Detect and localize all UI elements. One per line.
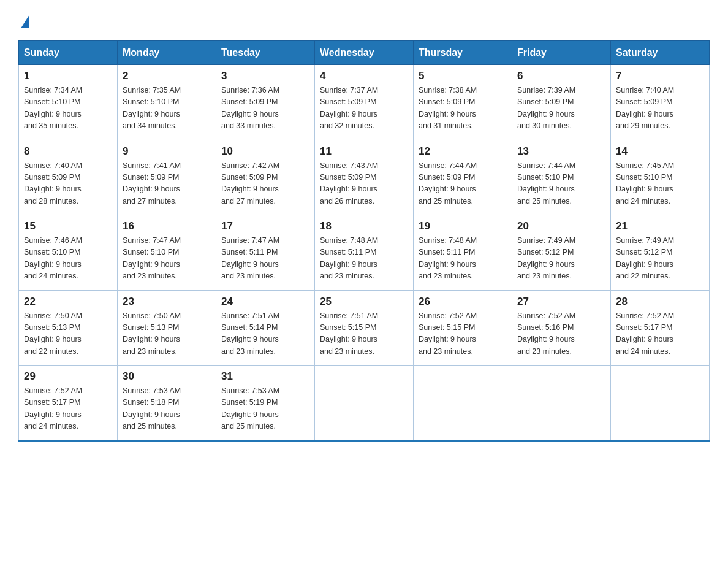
day-info: Sunrise: 7:44 AMSunset: 5:09 PMDaylight:… [419,160,507,208]
day-number: 30 [123,370,211,383]
day-number: 18 [320,220,408,232]
day-cell: 27 Sunrise: 7:52 AMSunset: 5:16 PMDaylig… [512,290,611,366]
day-number: 15 [24,220,112,232]
day-cell: 12 Sunrise: 7:44 AMSunset: 5:09 PMDaylig… [414,140,512,215]
logo-triangle-icon [21,15,29,28]
day-number: 21 [616,220,704,232]
day-cell: 25 Sunrise: 7:51 AMSunset: 5:15 PMDaylig… [315,290,414,366]
day-cell: 3 Sunrise: 7:36 AMSunset: 5:09 PMDayligh… [216,65,315,140]
day-info: Sunrise: 7:52 AMSunset: 5:16 PMDaylight:… [517,310,605,358]
day-cell: 24 Sunrise: 7:51 AMSunset: 5:14 PMDaylig… [216,290,315,366]
week-row-5: 29 Sunrise: 7:52 AMSunset: 5:17 PMDaylig… [19,366,710,441]
logo [18,12,29,28]
day-cell: 21 Sunrise: 7:49 AMSunset: 5:12 PMDaylig… [611,215,710,291]
day-cell: 31 Sunrise: 7:53 AMSunset: 5:19 PMDaylig… [216,366,315,441]
day-number: 26 [419,296,507,308]
day-cell: 23 Sunrise: 7:50 AMSunset: 5:13 PMDaylig… [118,290,216,366]
day-info: Sunrise: 7:44 AMSunset: 5:10 PMDaylight:… [517,160,605,208]
day-cell: 8 Sunrise: 7:40 AMSunset: 5:09 PMDayligh… [19,140,118,215]
day-number: 29 [24,370,112,383]
day-info: Sunrise: 7:53 AMSunset: 5:18 PMDaylight:… [123,385,211,433]
day-number: 22 [24,296,112,308]
day-cell: 6 Sunrise: 7:39 AMSunset: 5:09 PMDayligh… [512,65,611,140]
day-number: 5 [419,70,507,82]
day-info: Sunrise: 7:51 AMSunset: 5:15 PMDaylight:… [320,310,408,358]
day-cell [315,366,414,441]
day-cell: 26 Sunrise: 7:52 AMSunset: 5:15 PMDaylig… [414,290,512,366]
header-cell-monday: Monday [118,41,216,65]
day-info: Sunrise: 7:52 AMSunset: 5:15 PMDaylight:… [419,310,507,358]
day-number: 17 [221,220,309,232]
day-cell: 15 Sunrise: 7:46 AMSunset: 5:10 PMDaylig… [19,215,118,291]
day-info: Sunrise: 7:40 AMSunset: 5:09 PMDaylight:… [616,85,704,132]
day-info: Sunrise: 7:36 AMSunset: 5:09 PMDaylight:… [221,85,309,132]
day-cell: 2 Sunrise: 7:35 AMSunset: 5:10 PMDayligh… [118,65,216,140]
day-number: 8 [24,145,112,158]
day-cell: 19 Sunrise: 7:48 AMSunset: 5:11 PMDaylig… [414,215,512,291]
day-number: 7 [616,70,704,82]
day-number: 2 [123,70,211,82]
day-cell [512,366,611,441]
page-header [18,12,710,28]
week-row-2: 8 Sunrise: 7:40 AMSunset: 5:09 PMDayligh… [19,140,710,215]
day-number: 25 [320,296,408,308]
day-info: Sunrise: 7:47 AMSunset: 5:11 PMDaylight:… [221,235,309,283]
day-info: Sunrise: 7:35 AMSunset: 5:10 PMDaylight:… [123,85,211,132]
header-cell-thursday: Thursday [414,41,512,65]
day-cell: 29 Sunrise: 7:52 AMSunset: 5:17 PMDaylig… [19,366,118,441]
day-cell: 20 Sunrise: 7:49 AMSunset: 5:12 PMDaylig… [512,215,611,291]
day-cell: 13 Sunrise: 7:44 AMSunset: 5:10 PMDaylig… [512,140,611,215]
day-info: Sunrise: 7:52 AMSunset: 5:17 PMDaylight:… [24,385,112,433]
day-cell: 11 Sunrise: 7:43 AMSunset: 5:09 PMDaylig… [315,140,414,215]
day-number: 13 [517,145,605,158]
calendar-header: SundayMondayTuesdayWednesdayThursdayFrid… [19,41,710,65]
day-number: 28 [616,296,704,308]
day-info: Sunrise: 7:53 AMSunset: 5:19 PMDaylight:… [221,385,309,433]
day-info: Sunrise: 7:34 AMSunset: 5:10 PMDaylight:… [24,85,112,132]
day-number: 14 [616,145,704,158]
header-cell-sunday: Sunday [19,41,118,65]
calendar-body: 1 Sunrise: 7:34 AMSunset: 5:10 PMDayligh… [19,65,710,441]
day-info: Sunrise: 7:42 AMSunset: 5:09 PMDaylight:… [221,160,309,208]
day-info: Sunrise: 7:47 AMSunset: 5:10 PMDaylight:… [123,235,211,283]
day-cell: 16 Sunrise: 7:47 AMSunset: 5:10 PMDaylig… [118,215,216,291]
day-info: Sunrise: 7:48 AMSunset: 5:11 PMDaylight:… [419,235,507,283]
day-info: Sunrise: 7:40 AMSunset: 5:09 PMDaylight:… [24,160,112,208]
header-cell-friday: Friday [512,41,611,65]
day-number: 23 [123,296,211,308]
day-number: 31 [221,370,309,383]
day-cell: 22 Sunrise: 7:50 AMSunset: 5:13 PMDaylig… [19,290,118,366]
day-number: 1 [24,70,112,82]
day-info: Sunrise: 7:38 AMSunset: 5:09 PMDaylight:… [419,85,507,132]
header-cell-wednesday: Wednesday [315,41,414,65]
day-cell [611,366,710,441]
header-cell-tuesday: Tuesday [216,41,315,65]
day-info: Sunrise: 7:48 AMSunset: 5:11 PMDaylight:… [320,235,408,283]
day-cell: 10 Sunrise: 7:42 AMSunset: 5:09 PMDaylig… [216,140,315,215]
day-cell: 4 Sunrise: 7:37 AMSunset: 5:09 PMDayligh… [315,65,414,140]
day-number: 16 [123,220,211,232]
day-cell: 30 Sunrise: 7:53 AMSunset: 5:18 PMDaylig… [118,366,216,441]
day-cell: 14 Sunrise: 7:45 AMSunset: 5:10 PMDaylig… [611,140,710,215]
day-cell [414,366,512,441]
day-info: Sunrise: 7:45 AMSunset: 5:10 PMDaylight:… [616,160,704,208]
day-info: Sunrise: 7:39 AMSunset: 5:09 PMDaylight:… [517,85,605,132]
day-cell: 18 Sunrise: 7:48 AMSunset: 5:11 PMDaylig… [315,215,414,291]
day-number: 19 [419,220,507,232]
day-info: Sunrise: 7:51 AMSunset: 5:14 PMDaylight:… [221,310,309,358]
day-cell: 7 Sunrise: 7:40 AMSunset: 5:09 PMDayligh… [611,65,710,140]
week-row-1: 1 Sunrise: 7:34 AMSunset: 5:10 PMDayligh… [19,65,710,140]
day-cell: 17 Sunrise: 7:47 AMSunset: 5:11 PMDaylig… [216,215,315,291]
day-number: 6 [517,70,605,82]
day-number: 3 [221,70,309,82]
day-info: Sunrise: 7:46 AMSunset: 5:10 PMDaylight:… [24,235,112,283]
day-number: 9 [123,145,211,158]
day-number: 12 [419,145,507,158]
day-number: 4 [320,70,408,82]
day-info: Sunrise: 7:49 AMSunset: 5:12 PMDaylight:… [517,235,605,283]
day-info: Sunrise: 7:43 AMSunset: 5:09 PMDaylight:… [320,160,408,208]
day-cell: 9 Sunrise: 7:41 AMSunset: 5:09 PMDayligh… [118,140,216,215]
day-info: Sunrise: 7:37 AMSunset: 5:09 PMDaylight:… [320,85,408,132]
day-info: Sunrise: 7:52 AMSunset: 5:17 PMDaylight:… [616,310,704,358]
day-number: 20 [517,220,605,232]
